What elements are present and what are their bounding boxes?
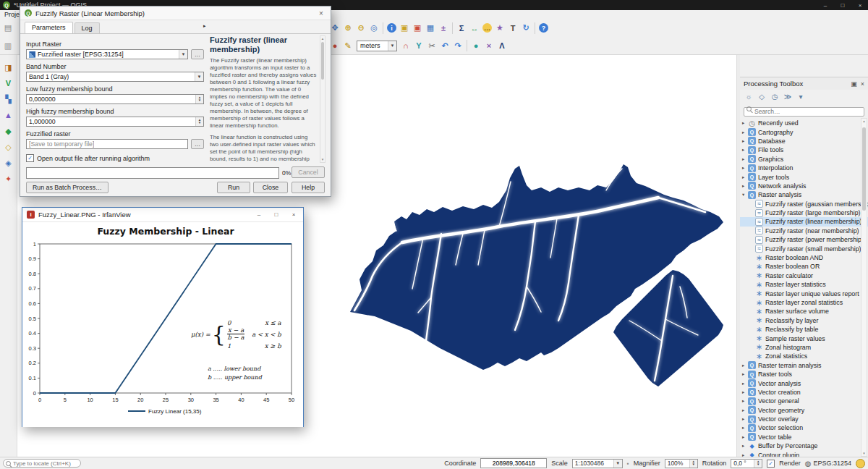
tab-parameters[interactable]: Parameters xyxy=(25,22,73,33)
toolbox-algorithm-fuzzify-raster-power-membership[interactable]: ≈Fuzzify raster (power membership) xyxy=(740,235,868,244)
new-bookmark-icon[interactable]: ★ xyxy=(493,22,506,35)
toolbox-python-icon[interactable]: ≫ xyxy=(783,91,793,101)
toolbox-history-icon[interactable]: ◷ xyxy=(770,91,780,101)
redo-icon[interactable]: ↷ xyxy=(451,39,464,52)
toolbox-algorithm-raster-calculator[interactable]: ∗Raster calculator xyxy=(740,271,868,280)
messages-icon[interactable] xyxy=(856,459,865,468)
toolbox-group-vector-table[interactable]: ▸QVector table xyxy=(740,433,868,441)
toolbox-group-vector-geometry[interactable]: ▸QVector geometry xyxy=(740,406,868,415)
data-source-manager-icon[interactable]: ◨ xyxy=(2,61,15,74)
minimize-button[interactable]: – xyxy=(254,211,264,218)
help-button[interactable]: Help xyxy=(292,182,325,193)
toolbox-group-recently-used[interactable]: ▸◷Recently used xyxy=(740,119,868,127)
profile-tool-icon[interactable]: Λ xyxy=(495,39,509,52)
toolbox-algorithm-sample-raster-values[interactable]: ∗Sample raster values xyxy=(740,334,868,342)
toolbox-group-database[interactable]: ▸QDatabase xyxy=(740,137,868,145)
run-button[interactable]: Run xyxy=(217,182,250,193)
toolbox-wrench-icon[interactable]: ☼ xyxy=(744,91,754,101)
toolbox-group-graphics[interactable]: ▸QGraphics xyxy=(740,155,868,164)
toolbox-algorithm-reclassify-by-table[interactable]: ∗Reclassify by table xyxy=(740,325,868,334)
open-output-checkbox[interactable]: ✓ xyxy=(26,154,34,162)
zoom-in-icon[interactable]: ⊕ xyxy=(341,22,354,35)
vertex-tool-icon[interactable]: Y xyxy=(412,39,425,52)
open-project-icon[interactable]: ▥ xyxy=(1,39,14,52)
map-tips-icon[interactable]: … xyxy=(482,23,492,33)
maximize-button[interactable]: □ xyxy=(838,2,848,9)
toolbox-algorithm-fuzzify-raster-gaussian-membership[interactable]: ≈Fuzzify raster (gaussian membership) xyxy=(740,200,868,208)
toolbox-group-buffer-by-percentage[interactable]: ▸◆Buffer by Percentage xyxy=(740,441,868,450)
toggle-editing-icon[interactable]: ✎ xyxy=(341,39,354,52)
toolbox-algorithm-fuzzify-raster-linear-membership[interactable]: ≈Fuzzify raster (linear membership) xyxy=(740,217,868,226)
measure-icon[interactable]: ↔ xyxy=(468,22,481,35)
close-button[interactable]: × xyxy=(855,2,865,9)
toolbox-group-vector-general[interactable]: ▸QVector general xyxy=(740,397,868,405)
new-vector-layer-icon[interactable]: V xyxy=(2,77,15,90)
help-icon[interactable]: ? xyxy=(539,23,548,33)
new-shapefile-layer-icon[interactable]: ◇ xyxy=(2,140,15,153)
toolbox-group-raster-analysis[interactable]: ▾QRaster analysis xyxy=(740,190,868,199)
toolbox-algorithm-fuzzify-raster-near-membership[interactable]: ≈Fuzzify raster (near membership) xyxy=(740,227,868,235)
scrollbar-thumb[interactable] xyxy=(321,42,324,80)
toolbox-group-vector-analysis[interactable]: ▸QVector analysis xyxy=(740,379,868,387)
deselect-features-icon[interactable]: ▣ xyxy=(411,22,424,35)
magnifier-spin[interactable]: 100% ▲▼ xyxy=(665,459,698,468)
toolbox-group-raster-terrain-analysis[interactable]: ▸QRaster terrain analysis xyxy=(740,361,868,370)
toolbox-algorithm-zonal-histogram[interactable]: ∗Zonal histogram xyxy=(740,343,868,352)
undo-icon[interactable]: ↶ xyxy=(438,39,451,52)
field-calculator-icon[interactable]: ± xyxy=(437,22,450,35)
toolbox-group-vector-creation[interactable]: ▸QVector creation xyxy=(740,388,868,397)
text-annotation-icon[interactable]: T xyxy=(506,22,519,35)
band-combo[interactable]: Band 1 (Gray) ▼ xyxy=(26,72,204,82)
help-collapse-icon[interactable]: ▸ xyxy=(203,23,206,29)
zoom-full-icon[interactable]: ◎ xyxy=(367,22,380,35)
render-checkbox[interactable]: ✓ xyxy=(767,460,775,468)
scroll-down-icon[interactable]: ▼ xyxy=(861,452,867,455)
panel-float-icon[interactable]: ▣ xyxy=(851,80,857,88)
scroll-up-icon[interactable]: ▲ xyxy=(861,119,867,123)
toolbox-algorithm-zonal-statistics[interactable]: ∗Zonal statistics xyxy=(740,352,868,360)
input-raster-browse-button[interactable]: … xyxy=(191,49,204,59)
delete-selected-icon[interactable]: × xyxy=(482,39,495,52)
new-geopackage-layer-icon[interactable]: ◆ xyxy=(2,124,15,138)
panel-close-icon[interactable]: × xyxy=(861,80,864,88)
new-raster-layer-icon[interactable]: ▚ xyxy=(2,93,15,106)
toolbox-group-cartography[interactable]: ▸QCartography xyxy=(740,127,868,136)
output-browse-button[interactable]: … xyxy=(191,139,204,149)
cut-features-icon[interactable]: ✂ xyxy=(425,39,438,52)
digitize-circle-icon[interactable]: ● xyxy=(469,39,482,52)
toolbox-search-input[interactable] xyxy=(744,107,864,117)
lock-scale-icon[interactable]: ▪ xyxy=(627,460,629,467)
minimize-button[interactable]: – xyxy=(820,2,830,9)
help-scrollbar[interactable]: ▲ ▼ xyxy=(320,35,326,163)
close-button[interactable]: Close xyxy=(253,182,288,193)
zoom-out-icon[interactable]: ⊖ xyxy=(354,22,367,35)
spinner-arrows[interactable]: ▲▼ xyxy=(754,460,762,468)
refresh-map-icon[interactable]: ↻ xyxy=(519,22,532,35)
locate-input[interactable] xyxy=(3,459,81,468)
toolbox-group-raster-tools[interactable]: ▸QRaster tools xyxy=(740,370,868,379)
coordinate-input[interactable] xyxy=(480,458,547,468)
toolbox-group-vector-selection[interactable]: ▸QVector selection xyxy=(740,423,868,432)
dialog-close-icon[interactable]: × xyxy=(316,9,326,17)
scale-combo[interactable]: 1:1030486 ▼ xyxy=(572,459,623,468)
toolbox-group-file-tools[interactable]: ▸QFile tools xyxy=(740,145,868,154)
new-virtual-layer-icon[interactable]: ◈ xyxy=(2,156,15,169)
toolbox-algorithm-fuzzify-raster-large-membership[interactable]: ≈Fuzzify raster (large membership) xyxy=(740,208,868,217)
select-features-icon[interactable]: ▣ xyxy=(398,22,411,35)
toolbox-algorithm-raster-boolean-or[interactable]: ∗Raster boolean OR xyxy=(740,262,868,271)
toolbox-group-layer-tools[interactable]: ▸QLayer tools xyxy=(740,172,868,181)
close-button[interactable]: × xyxy=(289,211,299,218)
low-bound-spin[interactable]: 0,000000 ▲▼ xyxy=(26,94,204,104)
toolbox-group-network-analysis[interactable]: ▸QNetwork analysis xyxy=(740,182,868,190)
rotation-spin[interactable]: 0,0 ° ▲▼ xyxy=(731,459,762,468)
maximize-button[interactable]: □ xyxy=(271,211,281,218)
toolbox-group-interpolation[interactable]: ▸QInterpolation xyxy=(740,164,868,172)
style-manager-icon[interactable]: ✦ xyxy=(2,172,15,185)
toolbox-algorithm-raster-layer-statistics[interactable]: ∗Raster layer statistics xyxy=(740,280,868,289)
snapping-icon[interactable]: ∩ xyxy=(399,39,412,52)
toolbox-scrollbar[interactable]: ▲ ▼ xyxy=(861,118,867,457)
open-attribute-table-icon[interactable]: ▦ xyxy=(424,22,437,35)
new-mesh-layer-icon[interactable]: ▲ xyxy=(2,109,15,122)
input-raster-combo[interactable]: Fuzzified raster [EPSG:31254] ▼ xyxy=(26,49,188,59)
spinner-arrows[interactable]: ▲▼ xyxy=(195,95,203,103)
